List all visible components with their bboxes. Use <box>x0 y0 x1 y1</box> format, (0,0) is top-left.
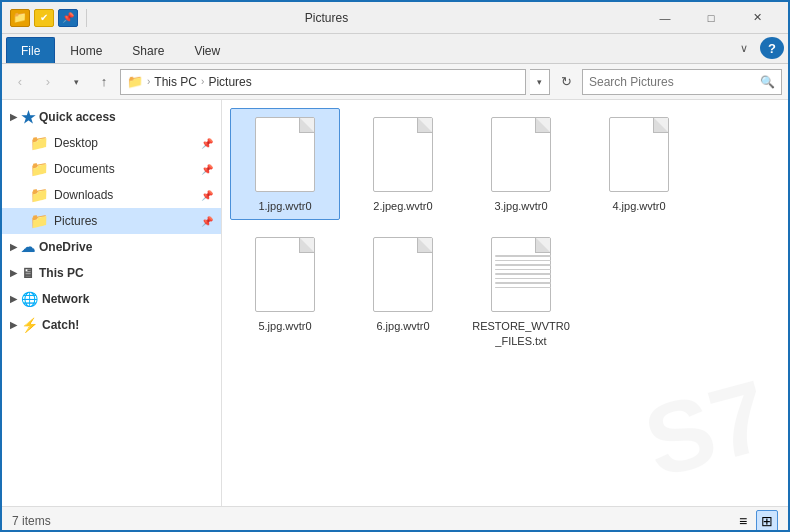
path-dropdown[interactable]: ▾ <box>530 69 550 95</box>
status-bar: 7 items ≡ ⊞ <box>2 506 788 532</box>
tab-home[interactable]: Home <box>55 37 117 63</box>
downloads-folder-icon: 📁 <box>30 186 48 204</box>
file-icon-3 <box>485 115 557 195</box>
tab-share[interactable]: Share <box>117 37 179 63</box>
sidebar-item-desktop[interactable]: 📁 Desktop 📌 <box>2 130 221 156</box>
onedrive-icon: ☁ <box>21 239 35 255</box>
onedrive-chevron: ▶ <box>10 242 17 252</box>
path-sep2: › <box>201 76 204 87</box>
file-name-7: RESTORE_WVTR0_FILES.txt <box>471 319 571 348</box>
sidebar-section-catch[interactable]: ▶ ⚡ Catch! <box>2 312 221 338</box>
file-item-3[interactable]: 3.jpg.wvtr0 <box>466 108 576 220</box>
sidebar-section-this-pc[interactable]: ▶ 🖥 This PC <box>2 260 221 286</box>
watermark: S7 <box>633 357 781 500</box>
address-path[interactable]: 📁 › This PC › Pictures <box>120 69 526 95</box>
ribbon-chevron-icon[interactable]: ∨ <box>732 37 756 59</box>
maximize-button[interactable]: □ <box>688 2 734 34</box>
network-chevron: ▶ <box>10 294 17 304</box>
file-icon-6 <box>367 235 439 315</box>
recent-locations-button[interactable]: ▾ <box>64 70 88 94</box>
window-controls: — □ ✕ <box>642 2 780 34</box>
file-icon-5 <box>249 235 321 315</box>
network-label: Network <box>42 292 89 306</box>
catch-chevron: ▶ <box>10 320 17 330</box>
forward-button[interactable]: › <box>36 70 60 94</box>
minimize-button[interactable]: — <box>642 2 688 34</box>
documents-pin-icon: 📌 <box>201 164 213 175</box>
item-count: 7 items <box>12 514 51 528</box>
file-item-1[interactable]: 1.jpg.wvtr0 <box>230 108 340 220</box>
file-item-4[interactable]: 4.jpg.wvtr0 <box>584 108 694 220</box>
sidebar-item-documents[interactable]: 📁 Documents 📌 <box>2 156 221 182</box>
list-view-button[interactable]: ≡ <box>732 510 754 532</box>
catch-icon: ⚡ <box>21 317 38 333</box>
this-pc-chevron: ▶ <box>10 268 17 278</box>
file-icon-4 <box>603 115 675 195</box>
file-name-1: 1.jpg.wvtr0 <box>258 199 311 213</box>
file-item-7[interactable]: RESTORE_WVTR0_FILES.txt <box>466 228 576 355</box>
path-this-pc: This PC <box>154 75 197 89</box>
text-lines <box>495 255 551 288</box>
documents-label: Documents <box>54 162 115 176</box>
tab-file[interactable]: File <box>6 37 55 63</box>
desktop-label: Desktop <box>54 136 98 150</box>
file-icon-1 <box>249 115 321 195</box>
main-area: ▶ ★ Quick access 📁 Desktop 📌 📁 Documents… <box>2 100 788 506</box>
file-name-3: 3.jpg.wvtr0 <box>494 199 547 213</box>
close-button[interactable]: ✕ <box>734 2 780 34</box>
content-area: S7 1.jpg.wvtr0 2.jpeg.wvtr0 3.jpg.wvtr0 <box>222 100 788 506</box>
downloads-label: Downloads <box>54 188 113 202</box>
title-bar: 📁 ✔ 📌 Pictures — □ ✕ <box>2 2 788 34</box>
quick-access-label: Quick access <box>39 110 116 124</box>
window-title: Pictures <box>11 11 642 25</box>
refresh-button[interactable]: ↻ <box>554 70 578 94</box>
file-name-5: 5.jpg.wvtr0 <box>258 319 311 333</box>
tab-view[interactable]: View <box>179 37 235 63</box>
search-icon: 🔍 <box>760 75 775 89</box>
downloads-pin-icon: 📌 <box>201 190 213 201</box>
catch-label: Catch! <box>42 318 79 332</box>
view-buttons: ≡ ⊞ <box>732 510 778 532</box>
desktop-folder-icon: 📁 <box>30 134 48 152</box>
path-folder-icon: 📁 <box>127 74 143 89</box>
file-icon-2 <box>367 115 439 195</box>
sidebar-item-pictures[interactable]: 📁 Pictures 📌 <box>2 208 221 234</box>
path-pictures: Pictures <box>208 75 251 89</box>
up-button[interactable]: ↑ <box>92 70 116 94</box>
file-item-6[interactable]: 6.jpg.wvtr0 <box>348 228 458 355</box>
sidebar-item-downloads[interactable]: 📁 Downloads 📌 <box>2 182 221 208</box>
this-pc-label: This PC <box>39 266 84 280</box>
documents-folder-icon: 📁 <box>30 160 48 178</box>
pictures-folder-icon: 📁 <box>30 212 48 230</box>
sidebar-section-quick-access[interactable]: ▶ ★ Quick access <box>2 104 221 130</box>
file-name-6: 6.jpg.wvtr0 <box>376 319 429 333</box>
file-icon-7 <box>485 235 557 315</box>
quick-access-icon: ★ <box>21 108 35 127</box>
pictures-label: Pictures <box>54 214 97 228</box>
back-button[interactable]: ‹ <box>8 70 32 94</box>
this-pc-icon: 🖥 <box>21 265 35 281</box>
pictures-pin-icon: 📌 <box>201 216 213 227</box>
file-item-5[interactable]: 5.jpg.wvtr0 <box>230 228 340 355</box>
onedrive-label: OneDrive <box>39 240 92 254</box>
search-input[interactable] <box>589 75 756 89</box>
desktop-pin-icon: 📌 <box>201 138 213 149</box>
ribbon-tabs: File Home Share View ∨ ? <box>2 34 788 64</box>
network-icon: 🌐 <box>21 291 38 307</box>
sidebar-section-onedrive[interactable]: ▶ ☁ OneDrive <box>2 234 221 260</box>
file-name-2: 2.jpeg.wvtr0 <box>373 199 432 213</box>
quick-access-chevron: ▶ <box>10 112 17 122</box>
ribbon-right: ∨ ? <box>732 37 784 63</box>
file-item-2[interactable]: 2.jpeg.wvtr0 <box>348 108 458 220</box>
file-name-4: 4.jpg.wvtr0 <box>612 199 665 213</box>
ribbon-help-icon[interactable]: ? <box>760 37 784 59</box>
sidebar-section-network[interactable]: ▶ 🌐 Network <box>2 286 221 312</box>
tile-view-button[interactable]: ⊞ <box>756 510 778 532</box>
search-box[interactable]: 🔍 <box>582 69 782 95</box>
address-bar: ‹ › ▾ ↑ 📁 › This PC › Pictures ▾ ↻ 🔍 <box>2 64 788 100</box>
sidebar: ▶ ★ Quick access 📁 Desktop 📌 📁 Documents… <box>2 100 222 506</box>
path-sep1: › <box>147 76 150 87</box>
